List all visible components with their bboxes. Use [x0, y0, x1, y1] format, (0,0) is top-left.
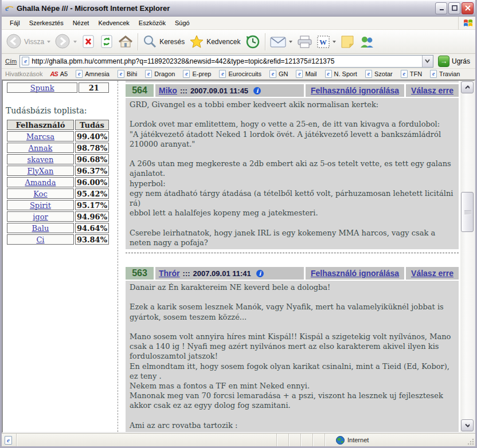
home-button[interactable] [116, 34, 135, 50]
links-bar-item[interactable]: e Mail [296, 70, 316, 78]
menu-item[interactable]: Szerkesztés [25, 18, 68, 28]
links-bar-item[interactable]: e N. Sport [325, 70, 357, 78]
search-icon [143, 34, 157, 49]
info-icon[interactable]: i [256, 270, 264, 277]
link-label: Szotar [374, 70, 393, 77]
scroll-down-button[interactable] [461, 419, 474, 431]
back-dropdown-icon[interactable] [47, 41, 50, 43]
link-favicon-icon: e [296, 70, 303, 78]
links-bar-item[interactable]: e GN [269, 70, 288, 78]
link-favicon-icon: e [401, 70, 408, 78]
user-value: 21 [79, 82, 109, 93]
table-row: skaven 96.68% [7, 154, 109, 164]
info-icon[interactable]: i [253, 87, 261, 95]
status-text-pane [17, 434, 277, 446]
user-link[interactable]: Spirit [30, 201, 51, 210]
reply-link[interactable]: Válasz erre [411, 269, 453, 278]
menu-item[interactable]: Fájl [5, 18, 25, 28]
toplist-table: Felhasználó Tudás Marcsa 99.40% Annak 98… [6, 119, 110, 246]
user-value: 95.42% [75, 188, 109, 199]
links-bar-item[interactable]: e E-prep [183, 70, 211, 78]
post-date: 2007.09.01 11:41 [193, 269, 251, 278]
link-favicon-icon: AS [50, 70, 57, 77]
resize-grip[interactable] [467, 438, 475, 446]
reply-link[interactable]: Válasz erre [411, 86, 453, 95]
user-link[interactable]: igor [33, 213, 48, 221]
links-bar-item[interactable]: e Eurocircuits [219, 70, 261, 78]
menu-item[interactable]: Nézet [68, 18, 94, 28]
user-value: 95.17% [75, 200, 109, 210]
links-bar-item[interactable]: AS A5 [50, 70, 68, 77]
history-button[interactable] [243, 33, 263, 50]
menu-item[interactable]: Kedvencek [93, 18, 134, 28]
main-toolbar: Vissza [2, 30, 475, 54]
post-date: 2007.09.01 11:45 [190, 87, 248, 95]
user-link[interactable]: skaven [28, 155, 54, 164]
forward-icon [55, 34, 71, 49]
user-link[interactable]: Marcsa [26, 132, 54, 141]
user-link[interactable]: Ci [36, 235, 44, 244]
go-arrow-icon: → [438, 56, 449, 67]
user-value: 96.68% [75, 154, 109, 164]
links-bar-item[interactable]: e TFN [401, 70, 422, 78]
link-label: E-prep [192, 70, 211, 77]
column-header-user: Felhasználó [7, 120, 74, 130]
link-favicon-icon: e [145, 70, 152, 78]
user-link[interactable]: Amanda [25, 178, 56, 187]
user-link[interactable]: FlyXan [28, 167, 54, 175]
user-link[interactable]: Spunk [30, 84, 54, 92]
user-link[interactable]: Balu [32, 224, 49, 233]
svg-text:W: W [319, 38, 327, 46]
maximize-button[interactable] [448, 2, 460, 14]
author-link[interactable]: Miko [159, 86, 177, 95]
search-button[interactable]: Keresés [140, 33, 187, 50]
edit-dropdown-icon[interactable] [333, 41, 336, 43]
links-bar-item[interactable]: e Travian [430, 70, 460, 78]
menu-item[interactable]: Súgó [170, 18, 194, 28]
address-dropdown-button[interactable] [422, 56, 433, 67]
user-value: 96.00% [75, 177, 109, 187]
address-input[interactable]: e http://ghalla.pbm.hu/comment.php?q=118… [19, 55, 433, 68]
refresh-icon [100, 34, 114, 49]
forward-button[interactable] [53, 33, 79, 50]
edit-button[interactable]: W [315, 34, 338, 49]
mail-button[interactable] [268, 34, 295, 49]
notes-icon [341, 35, 354, 49]
refresh-button[interactable] [97, 33, 116, 50]
links-bar-item[interactable]: e Bihi [118, 70, 137, 78]
search-label: Keresés [159, 38, 185, 46]
go-button[interactable]: → Ugrás [436, 55, 472, 68]
reply-cell: Válasz erre [406, 84, 459, 97]
author-link[interactable]: Thrór [159, 269, 180, 278]
link-favicon-icon: e [183, 70, 190, 78]
status-page-pane: e [2, 434, 17, 446]
stop-button[interactable] [79, 33, 97, 50]
print-button[interactable] [295, 34, 315, 50]
table-row: Marcsa 99.40% [7, 131, 109, 142]
user-link[interactable]: Annak [29, 144, 53, 152]
close-button[interactable] [462, 2, 474, 14]
back-button[interactable]: Vissza [4, 33, 53, 50]
ignore-user-link[interactable]: Felhasználó ignorálása [311, 86, 399, 95]
user-value: 98.78% [75, 143, 109, 153]
links-bar-item[interactable]: e Szotar [365, 70, 393, 78]
mail-dropdown-icon[interactable] [289, 41, 292, 43]
ignore-user-link[interactable]: Felhasználó ignorálása [311, 269, 399, 278]
links-bar-item[interactable]: e Amnesia [76, 70, 110, 78]
favorites-button[interactable]: Kedvencek [187, 33, 243, 50]
vertical-scrollbar[interactable] [460, 81, 474, 432]
discuss-button[interactable] [338, 34, 357, 50]
address-url[interactable]: http://ghalla.pbm.hu/comment.php?q=11892… [29, 57, 422, 65]
links-bar-item[interactable]: e Dragon [145, 70, 175, 78]
link-label: Dragon [154, 70, 175, 77]
scrollbar-thumb[interactable] [461, 192, 474, 232]
table-row: Spirit 95.17% [7, 200, 109, 210]
messenger-button[interactable] [357, 34, 377, 50]
user-link[interactable]: Koc [33, 190, 47, 198]
sidebar-top-table: Spunk 21 [6, 81, 110, 94]
post-separator [126, 253, 459, 253]
scroll-up-button[interactable] [461, 81, 474, 93]
menu-item[interactable]: Eszközök [134, 18, 170, 28]
forward-dropdown-icon[interactable] [73, 41, 77, 43]
minimize-button[interactable] [435, 2, 447, 14]
